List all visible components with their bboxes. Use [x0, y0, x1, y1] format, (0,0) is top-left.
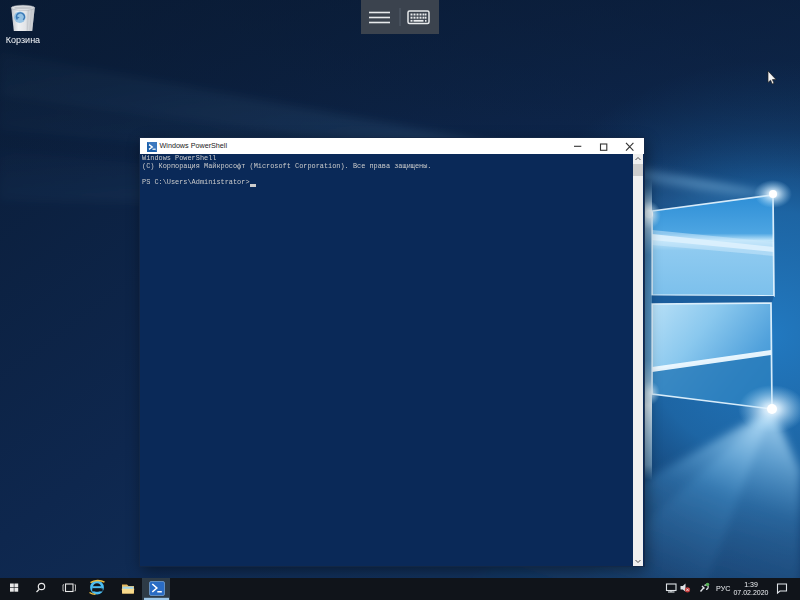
svg-text:07.02.2020: 07.02.2020	[733, 589, 768, 596]
svg-text:1:39: 1:39	[744, 581, 758, 588]
svg-text:РУС: РУС	[716, 584, 730, 593]
svg-text:Корзина: Корзина	[6, 35, 40, 45]
